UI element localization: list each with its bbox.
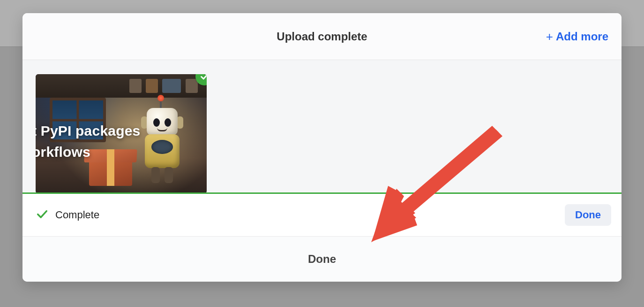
- done-button-footer[interactable]: Done: [308, 253, 336, 266]
- modal-header: Upload complete + Add more: [22, 13, 622, 60]
- status-check-icon: [36, 207, 49, 223]
- status-left: Complete: [36, 207, 99, 223]
- thumbnail-overlay-text: t PyPI packages orkflows: [36, 120, 140, 162]
- upload-content-area: t PyPI packages orkflows: [22, 60, 622, 194]
- upload-status-row: Complete Done: [22, 194, 622, 237]
- plus-icon: +: [546, 31, 553, 43]
- upload-complete-modal: Upload complete + Add more: [22, 13, 622, 282]
- check-icon: [199, 74, 207, 82]
- modal-title: Upload complete: [277, 30, 367, 43]
- add-more-button[interactable]: + Add more: [546, 30, 608, 43]
- add-more-label: Add more: [556, 30, 608, 43]
- done-button-inline[interactable]: Done: [565, 204, 611, 226]
- upload-thumbnail[interactable]: t PyPI packages orkflows: [36, 74, 207, 194]
- status-text: Complete: [55, 209, 99, 221]
- upload-progress-bar: [22, 192, 622, 194]
- modal-footer: Done: [22, 237, 622, 282]
